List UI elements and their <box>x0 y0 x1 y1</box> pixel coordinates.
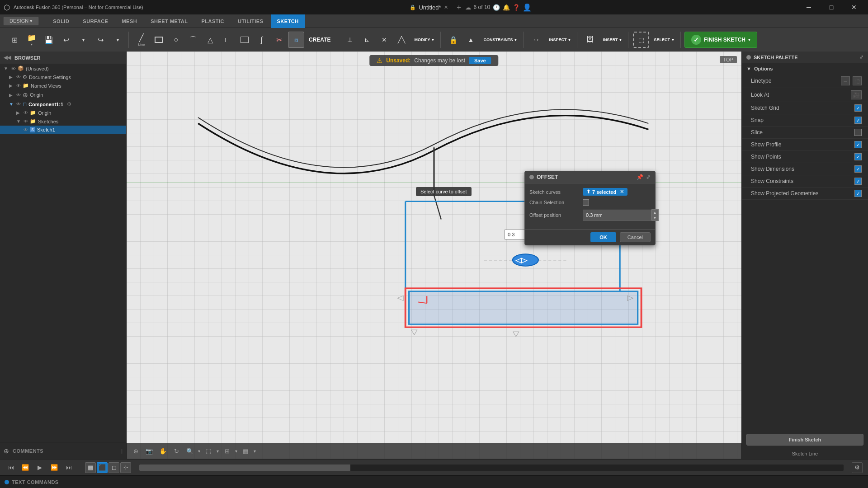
lookat-button[interactable]: 🎥 <box>851 90 862 99</box>
rectangle-button[interactable] <box>151 32 167 48</box>
grid-button[interactable]: ⊞ <box>222 446 232 456</box>
save-button[interactable]: 💾 <box>41 32 57 48</box>
dialog-pin-icon[interactable]: 📌 <box>637 174 643 180</box>
arc-button[interactable]: ⌒ <box>185 32 201 48</box>
modify-icon2[interactable]: ⊾ <box>359 32 375 48</box>
close-button[interactable]: ✕ <box>844 0 864 14</box>
browser-item-sketches[interactable]: ▼ 👁 📁 Sketches <box>0 117 126 126</box>
zoom-dropdown[interactable]: ▾ <box>198 449 200 454</box>
component-settings-icon[interactable]: ⚙ <box>67 101 71 107</box>
new-tab-icon[interactable]: ＋ <box>455 3 462 12</box>
finish-sketch-button[interactable]: ✓ FINISH SKETCH ▾ <box>684 32 757 48</box>
insert-image-icon[interactable]: 🖼 <box>582 32 598 48</box>
slice-checkbox[interactable] <box>854 129 862 136</box>
design-dropdown[interactable]: DESIGN ▾ <box>4 17 38 25</box>
linetype-solid-button[interactable]: ─ <box>841 76 850 85</box>
open-button[interactable]: 📁▾ <box>24 32 40 48</box>
select-cursor-icon[interactable]: ⬚ <box>633 32 649 48</box>
palette-options-header[interactable]: ▼ Options <box>742 63 868 74</box>
zoom-button[interactable]: 🔍 <box>184 446 195 456</box>
keyframe-icon1[interactable]: ▦ <box>85 462 96 473</box>
show-constraints-checkbox[interactable]: ✓ <box>854 178 862 185</box>
eye-icon[interactable]: 👁 <box>16 93 21 98</box>
eye-icon[interactable]: 👁 <box>24 119 28 124</box>
snap-to-grid-button[interactable]: ⊕ <box>130 446 141 456</box>
finish-sketch-palette-button[interactable]: Finish Sketch <box>746 434 863 446</box>
tab-solid[interactable]: SOLID <box>47 14 75 28</box>
add-comment-icon[interactable]: ⊕ <box>4 447 9 455</box>
modify-label[interactable]: MODIFY ▾ <box>410 32 438 48</box>
playback-next[interactable]: ⏩ <box>49 462 60 473</box>
eye-icon[interactable]: 👁 <box>24 110 28 115</box>
camera-button[interactable]: 📷 <box>144 446 155 456</box>
tab-mesh[interactable]: MESH <box>115 14 143 28</box>
point-button[interactable] <box>236 32 253 48</box>
spinner-up[interactable]: ▲ <box>651 210 658 215</box>
playback-prev[interactable]: ⏪ <box>20 462 31 473</box>
cloud-save-icon[interactable]: ☁ <box>465 4 471 11</box>
title-close-icon[interactable]: ✕ <box>444 5 448 10</box>
constraints-label[interactable]: CONSTRAINTS ▾ <box>480 32 520 48</box>
modify-icon4[interactable]: ╱╲ <box>393 32 410 48</box>
timeline-bar[interactable] <box>139 465 844 471</box>
insert-label[interactable]: INSERT ▾ <box>599 32 625 48</box>
inspect-label[interactable]: INSPECT ▾ <box>545 32 574 48</box>
modify-icon1[interactable]: ⊥ <box>342 32 358 48</box>
playback-skip-end[interactable]: ⏭ <box>63 462 74 473</box>
display-button[interactable]: ▦ <box>240 446 251 456</box>
triangle-constraint-icon[interactable]: ▲ <box>462 32 479 48</box>
browser-item-named-views[interactable]: ▶ 👁 📁 Named Views <box>0 81 126 90</box>
eye-icon[interactable]: 👁 <box>16 83 21 88</box>
circle-button[interactable]: ○ <box>168 32 184 48</box>
orbit-button[interactable]: ↻ <box>171 446 182 456</box>
comments-collapse-icon[interactable]: | <box>121 448 123 454</box>
eye-icon[interactable]: 👁 <box>24 127 28 132</box>
offset-button[interactable]: ⧈ <box>288 32 304 48</box>
tab-surface[interactable]: SURFACE <box>76 14 114 28</box>
maximize-button[interactable]: □ <box>821 0 842 14</box>
playback-play[interactable]: ▶ <box>34 462 45 473</box>
tab-sheet-metal[interactable]: SHEET METAL <box>144 14 194 28</box>
show-profile-checkbox[interactable]: ✓ <box>854 141 862 148</box>
grid-menu-button[interactable]: ⊞ <box>6 32 23 48</box>
display-dropdown[interactable]: ▾ <box>254 449 256 454</box>
keyframe-icon3[interactable]: ◻ <box>108 462 119 473</box>
playback-skip-start[interactable]: ⏮ <box>5 462 16 473</box>
canvas-area[interactable]: TOP ⚠ Unsaved: Changes may be lost Save <box>127 52 741 459</box>
redo-button[interactable]: ↪ <box>92 32 108 48</box>
dialog-expand-icon[interactable]: ⤢ <box>646 174 651 180</box>
select-label[interactable]: SELECT ▾ <box>650 32 678 48</box>
inspect-icon[interactable]: ↔ <box>528 32 544 48</box>
notification-icon[interactable]: 🔔 <box>503 4 510 11</box>
scissors-button[interactable]: ✂ <box>271 32 287 48</box>
tab-utilities[interactable]: UTILITIES <box>231 14 269 28</box>
show-dimensions-checkbox[interactable]: ✓ <box>854 165 862 173</box>
line2-button[interactable]: ⊢ <box>219 32 236 48</box>
undo-button[interactable]: ↩ <box>58 32 74 48</box>
spline-button[interactable]: ∫ <box>254 32 270 48</box>
triangle-button[interactable]: △ <box>202 32 218 48</box>
chain-selection-checkbox[interactable] <box>583 199 589 206</box>
browser-item-origin2[interactable]: ▶ 👁 📁 Origin <box>0 108 126 117</box>
clear-selection-button[interactable]: ✕ <box>620 189 624 195</box>
keyframe-icon2[interactable]: ⬛ <box>97 462 108 473</box>
minimize-button[interactable]: ─ <box>798 0 819 14</box>
create-label[interactable]: CREATE <box>305 32 334 48</box>
settings-timeline-button[interactable]: ⚙ <box>852 462 863 473</box>
browser-item-component[interactable]: ▼ 👁 ◻ Component1:1 ⚙ <box>0 100 126 108</box>
selected-badge[interactable]: ⬆ 7 selected ✕ <box>583 188 627 196</box>
eye-icon[interactable]: 👁 <box>11 66 16 71</box>
user-icon[interactable]: 👤 <box>523 3 532 12</box>
offset-position-input[interactable] <box>583 210 651 221</box>
eye-icon[interactable]: 👁 <box>16 102 21 107</box>
modify-icon3[interactable]: ✕ <box>376 32 392 48</box>
grid-dropdown[interactable]: ▾ <box>235 449 237 454</box>
browser-item-doc-settings[interactable]: ▶ 👁 ⚙ Document Settings <box>0 73 126 81</box>
help-icon[interactable]: ❓ <box>513 4 520 11</box>
spinner-down[interactable]: ▼ <box>651 215 658 221</box>
view-dropdown[interactable]: ▾ <box>217 449 219 454</box>
undo-dropdown[interactable]: ▾ <box>75 32 91 48</box>
tab-sketch[interactable]: SKETCH <box>271 14 305 28</box>
linetype-dashed-button[interactable]: ⬚ <box>853 76 862 85</box>
redo-dropdown[interactable]: ▾ <box>109 32 126 48</box>
